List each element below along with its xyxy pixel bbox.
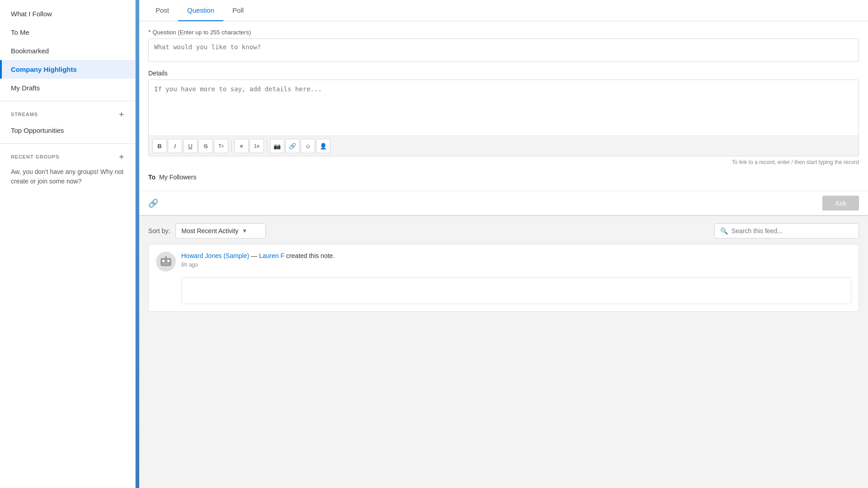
sidebar-item-top-opportunities[interactable]: Top Opportunities xyxy=(0,121,135,140)
svg-rect-2 xyxy=(162,260,165,262)
to-row: To My Followers xyxy=(148,174,859,181)
chevron-down-icon: ▼ xyxy=(242,228,247,234)
post-credited-user-link[interactable]: Lauren F xyxy=(259,252,284,259)
sort-label: Sort by: xyxy=(148,227,170,235)
sidebar-recent-groups-header: RECENT GROUPS + xyxy=(0,147,135,164)
bold-button[interactable]: B xyxy=(152,139,167,153)
attach-icon[interactable]: 🔗 xyxy=(148,198,158,208)
sort-row: Sort by: Most Recent Activity ▼ xyxy=(148,223,266,239)
sidebar-item-my-drafts[interactable]: My Drafts xyxy=(0,79,135,97)
post-composer: Post Question Poll * Question (Enter up … xyxy=(139,0,868,216)
feed-post: Howard Jones (Sample) — Lauren F created… xyxy=(148,244,859,312)
question-input[interactable] xyxy=(148,38,859,62)
ask-button[interactable]: Ask xyxy=(822,196,859,211)
clear-format-button[interactable]: Tx xyxy=(214,139,228,153)
formatting-toolbar: B I U S Tx ≡ 1≡ 📷 🔗 ☺ 👤 xyxy=(149,136,859,156)
sidebar-divider-2 xyxy=(0,143,135,144)
svg-rect-4 xyxy=(163,263,169,264)
sidebar-item-what-i-follow[interactable]: What I Follow xyxy=(0,5,135,23)
left-accent-bar xyxy=(136,0,139,488)
svg-rect-5 xyxy=(165,256,167,258)
tab-post[interactable]: Post xyxy=(146,0,178,21)
details-editor: B I U S Tx ≡ 1≡ 📷 🔗 ☺ 👤 xyxy=(148,80,859,156)
avatar xyxy=(156,252,176,272)
composer-tabs: Post Question Poll xyxy=(139,0,868,21)
post-time: 6h ago xyxy=(181,262,851,268)
sort-selected-value: Most Recent Activity xyxy=(181,227,238,235)
sidebar-item-company-highlights[interactable]: Company Highlights xyxy=(0,60,135,79)
svg-rect-3 xyxy=(167,260,170,262)
toolbar-separator-2 xyxy=(267,141,267,151)
search-icon: 🔍 xyxy=(720,227,728,235)
no-groups-message: Aw, you don't have any groups! Why not c… xyxy=(0,164,135,193)
record-link-hint: To link to a record, enter / then start … xyxy=(732,159,859,167)
post-author-line: Howard Jones (Sample) — Lauren F created… xyxy=(181,252,851,261)
post-author-link[interactable]: Howard Jones (Sample) xyxy=(181,252,249,259)
feed-section: Sort by: Most Recent Activity ▼ 🔍 xyxy=(139,216,868,488)
add-stream-button[interactable]: + xyxy=(119,110,124,118)
sidebar-item-bookmarked[interactable]: Bookmarked xyxy=(0,42,135,60)
feed-search-input[interactable] xyxy=(731,227,853,235)
sidebar-divider-1 xyxy=(0,101,135,101)
emoji-button[interactable]: ☺ xyxy=(301,139,315,153)
svg-rect-1 xyxy=(160,258,171,266)
link-button[interactable]: 🔗 xyxy=(285,139,300,153)
sidebar: What I Follow To Me Bookmarked Company H… xyxy=(0,0,136,488)
post-meta: Howard Jones (Sample) — Lauren F created… xyxy=(181,252,851,268)
question-form: * Question (Enter up to 255 characters) … xyxy=(139,21,868,191)
numbered-list-button[interactable]: 1≡ xyxy=(250,139,264,153)
tab-question[interactable]: Question xyxy=(178,0,223,21)
add-group-button[interactable]: + xyxy=(119,153,124,161)
feed-controls: Sort by: Most Recent Activity ▼ 🔍 xyxy=(139,216,868,244)
post-header: Howard Jones (Sample) — Lauren F created… xyxy=(156,252,851,272)
italic-button[interactable]: I xyxy=(168,139,182,153)
underline-button[interactable]: U xyxy=(183,139,198,153)
question-field-label: * Question (Enter up to 255 characters) xyxy=(148,28,859,36)
composer-footer: 🔗 Ask xyxy=(139,191,868,215)
to-label: To xyxy=(148,174,156,181)
details-input[interactable] xyxy=(149,80,859,134)
required-indicator: * xyxy=(148,28,151,36)
feed-search-box: 🔍 xyxy=(714,223,859,239)
sidebar-nav: What I Follow To Me Bookmarked Company H… xyxy=(0,0,135,198)
mention-button[interactable]: 👤 xyxy=(316,139,330,153)
strikethrough-button[interactable]: S xyxy=(198,139,213,153)
sidebar-item-to-me[interactable]: To Me xyxy=(0,23,135,42)
sidebar-streams-header: STREAMS + xyxy=(0,105,135,121)
post-content-box xyxy=(181,277,851,304)
tab-poll[interactable]: Poll xyxy=(223,0,253,21)
details-label: Details xyxy=(148,70,859,77)
sort-dropdown[interactable]: Most Recent Activity ▼ xyxy=(175,223,266,239)
main-content: Post Question Poll * Question (Enter up … xyxy=(139,0,868,488)
to-value: My Followers xyxy=(159,174,196,181)
bullet-list-button[interactable]: ≡ xyxy=(234,139,249,153)
image-button[interactable]: 📷 xyxy=(270,139,284,153)
toolbar-separator-1 xyxy=(231,141,231,151)
